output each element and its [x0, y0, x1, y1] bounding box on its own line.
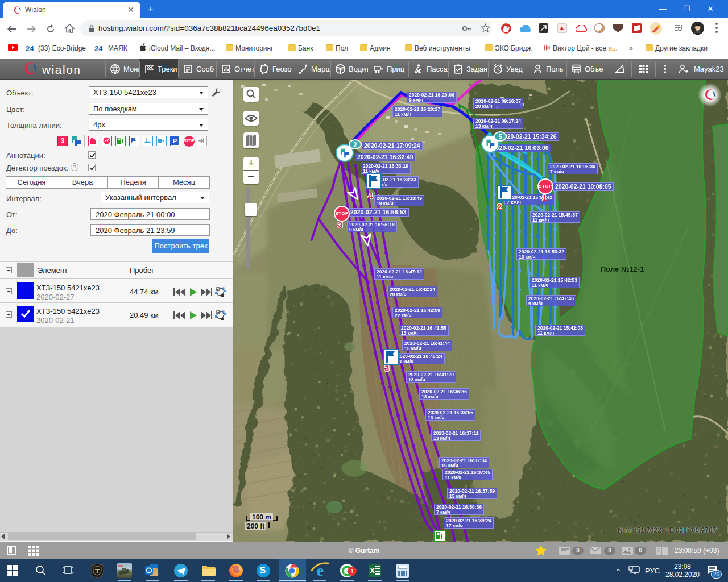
svg-text:P: P: [173, 138, 177, 144]
